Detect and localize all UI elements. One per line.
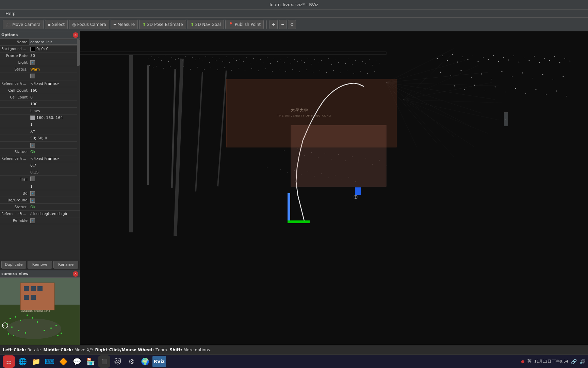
taskbar-files[interactable]: 📁 (30, 355, 42, 368)
prop-cell-count: Cell Count 160 (0, 87, 80, 94)
svg-point-112 (217, 70, 218, 70)
prop-100-value[interactable]: 100 (29, 102, 80, 107)
prop-cell-count2-value[interactable]: 0 (29, 95, 80, 100)
tool-add[interactable]: ✚ (270, 20, 278, 29)
prop-015-value[interactable]: 0.15 (29, 170, 80, 175)
prop-status-ok-label: Status: (0, 149, 29, 154)
svg-point-213 (284, 150, 284, 151)
svg-point-65 (260, 59, 261, 60)
prop-framerate-value[interactable]: 30 (29, 53, 80, 58)
taskbar-settings-red[interactable]: ⚙ (125, 355, 137, 368)
props-close-button[interactable]: × (73, 32, 78, 38)
props-scrollbar[interactable] (77, 39, 80, 192)
focus-camera-label: Focus Camera (77, 22, 106, 27)
svg-point-171 (488, 59, 489, 60)
tool-pose-estimate[interactable]: ⬆ 2D Pose Estimate (139, 20, 186, 29)
prop-cell-count-value[interactable]: 160 (29, 88, 80, 93)
svg-point-17 (11, 326, 13, 328)
taskbar-vscode[interactable]: ⌨ (44, 355, 56, 368)
trail-checkbox[interactable] (30, 177, 35, 181)
remove-button[interactable]: Remove (28, 261, 52, 269)
menu-help[interactable]: Help (3, 11, 18, 16)
publish-point-icon: 📍 (228, 22, 233, 27)
prop-ref-frame-value[interactable]: <Fixed Frame> (29, 81, 80, 86)
svg-point-165 (457, 62, 458, 63)
svg-point-77 (301, 60, 301, 61)
3d-view[interactable]: 大學大学 THE UNIVERSITY OF HONG KONG (80, 31, 588, 345)
svg-point-94 (359, 62, 359, 63)
checkbox1[interactable] (30, 74, 35, 78)
taskbar-wechat[interactable]: 💬 (71, 355, 83, 368)
bgground-checkbox[interactable] (30, 198, 35, 203)
prop-name-value[interactable]: camera_init (29, 40, 80, 45)
prop-xy-value[interactable]: XY (29, 129, 80, 134)
tool-remove[interactable]: ━ (279, 20, 286, 29)
camera-header: camera_view × (0, 270, 80, 278)
publish-point-label: Publish Point (235, 22, 261, 27)
light-checkbox[interactable] (30, 60, 35, 65)
prop-val1-value[interactable]: 1 (29, 122, 80, 127)
prop-cloud-topic-value[interactable]: /cloud_registered_rgb (29, 212, 80, 216)
taskbar-vlc[interactable]: 🔶 (57, 355, 69, 368)
prop-bg-color-value[interactable]: 0; 0; 0 (29, 46, 80, 52)
taskbar-terminal[interactable]: ⬛ (98, 355, 110, 368)
bg-checkbox[interactable] (30, 191, 35, 196)
taskbar-appstore[interactable]: 🏪 (84, 355, 97, 368)
prop-lines-value[interactable]: Lines (29, 108, 80, 113)
svg-point-126 (313, 72, 313, 73)
svg-point-197 (532, 78, 533, 78)
svg-point-104 (163, 68, 164, 68)
taskbar-app-grid[interactable]: ⚏ (3, 355, 15, 368)
tool-measure[interactable]: ━ Measure (111, 20, 138, 29)
tray-lang[interactable]: 英 (527, 358, 532, 364)
taskbar-browser2[interactable]: 🌍 (139, 355, 151, 368)
svg-point-26 (61, 333, 62, 334)
svg-point-108 (190, 69, 191, 70)
properties-panel: Options × Name camera_init Background Co… (0, 31, 80, 259)
taskbar-chrome[interactable]: 🌐 (16, 355, 29, 368)
tool-settings[interactable]: ⚙ (288, 20, 296, 29)
props-scroll-area[interactable]: Name camera_init Background Color 0; 0; … (0, 39, 80, 259)
taskbar-catfish[interactable]: 🐱 (112, 355, 124, 368)
right-click-action: Zoom. (155, 348, 169, 352)
statusbar: Left-Click: Rotate. Middle-Click: Move X… (0, 345, 588, 354)
prop-coords-value[interactable]: 50; 50; 0 (29, 136, 80, 141)
tray-network[interactable]: 🔗 (571, 359, 577, 364)
svg-point-96 (365, 63, 366, 64)
prop-ref-frame2-value[interactable]: <Fixed Frame> (29, 156, 80, 161)
svg-point-206 (505, 92, 506, 92)
prop-light: Light (0, 59, 80, 66)
svg-rect-4 (31, 286, 36, 291)
svg-point-117 (251, 68, 252, 69)
tool-nav-goal[interactable]: ⬆ 2D Nav Goal (187, 20, 224, 29)
camera-image: UNIVERSITY OF HONG KONG (0, 278, 80, 345)
tool-move-camera[interactable]: 🎥 Move Camera (3, 20, 44, 29)
tool-publish-point[interactable]: 📍 Publish Point (225, 20, 264, 29)
shift-action: More options. (183, 348, 211, 352)
svg-point-62 (250, 63, 250, 63)
left-panel: Options × Name camera_init Background Co… (0, 31, 80, 345)
svg-point-183 (549, 60, 550, 61)
svg-point-57 (233, 58, 233, 59)
taskbar-rviz[interactable]: RViz (152, 356, 166, 367)
svg-point-44 (189, 62, 189, 62)
scrollbar-thumb (77, 39, 80, 66)
checkbox2[interactable] (30, 143, 35, 148)
prop-07-value[interactable]: 0.7 (29, 163, 80, 168)
reliable-checkbox[interactable] (30, 218, 35, 223)
svg-point-22 (55, 325, 57, 326)
prop-grid-color-value[interactable]: 160; 160; 164 (29, 115, 80, 121)
duplicate-button[interactable]: Duplicate (1, 261, 26, 269)
prop-trail-value (29, 176, 80, 183)
svg-point-111 (211, 67, 211, 68)
prop-val2-value[interactable]: 1 (29, 184, 80, 189)
prop-status-label: Status: (0, 67, 29, 72)
tool-focus-camera[interactable]: ◎ Focus Camera (69, 20, 109, 29)
rename-button[interactable]: Rename (53, 261, 78, 269)
svg-point-88 (338, 62, 339, 63)
svg-point-173 (498, 61, 499, 62)
svg-rect-3 (24, 286, 29, 291)
tool-select[interactable]: ▪ Select (45, 20, 68, 29)
camera-close-button[interactable]: × (73, 271, 78, 277)
tray-volume[interactable]: 🔊 (579, 359, 585, 364)
